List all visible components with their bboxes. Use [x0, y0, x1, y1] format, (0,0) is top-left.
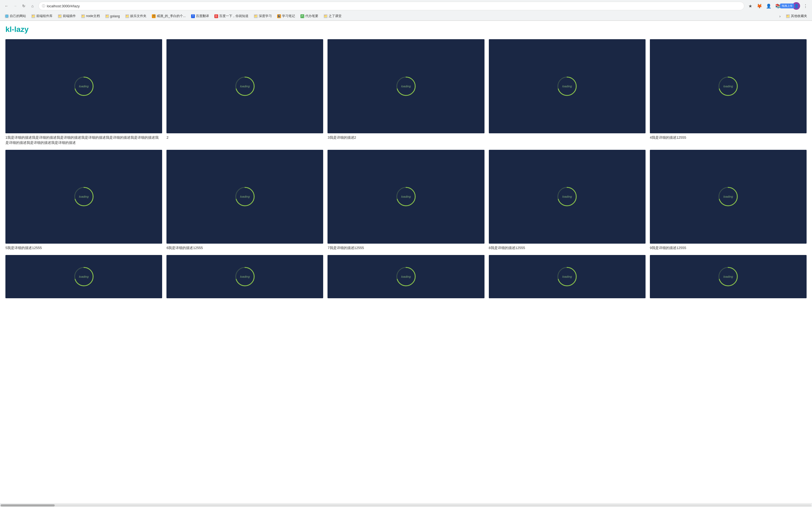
- loading-text-2: loading: [240, 84, 250, 88]
- grid-image-15: loading: [650, 255, 807, 298]
- loading-text-12: loading: [240, 275, 250, 278]
- loading-text-4: loading: [562, 84, 572, 88]
- bookmark-icon-node-docs: 📁: [81, 14, 85, 18]
- bookmark-zijide[interactable]: 🌐 自己的网站: [3, 13, 28, 19]
- grid-item-7: loading 6我是详细的描述12555: [166, 150, 323, 251]
- bookmark-deep-learning[interactable]: 📁 深度学习: [252, 13, 274, 19]
- grid-desc-3: 3我是详细的描述2: [327, 135, 484, 140]
- loading-spinner-9: loading: [556, 186, 578, 208]
- extension-label: 拖拽上传: [780, 3, 794, 8]
- loading-text-11: loading: [79, 275, 89, 278]
- grid-desc-2: 2: [166, 135, 323, 140]
- grid-desc-7: 6我是详细的描述12555: [166, 245, 323, 251]
- bookmark-icon-entertainment: 📁: [125, 14, 129, 18]
- grid-desc-8: 7我是详细的描述12555: [327, 245, 484, 251]
- grid-item-12: loading: [166, 255, 323, 300]
- loading-spinner-11: loading: [73, 266, 95, 287]
- bookmarks-more-button[interactable]: ›: [778, 13, 782, 19]
- grid-image-2: loading: [166, 39, 323, 133]
- grid-item-1: loading 1我是详细的描述我是详细的描述我是详细的描述我是详细的描述我是详…: [5, 39, 162, 146]
- reload-button[interactable]: ↻: [20, 2, 28, 10]
- grid-image-9: loading: [489, 150, 646, 244]
- bookmark-baidu-translate[interactable]: T 百度翻译: [189, 13, 211, 19]
- bookmark-qianduan-plugins[interactable]: 📁 前端插件: [56, 13, 78, 19]
- toolbar-icons: ★ 🦊 👤 📚 拖拽上传 👤 ⋮: [747, 2, 809, 10]
- bookmark-notes[interactable]: 📓 学习笔记: [275, 13, 297, 19]
- loading-spinner-10: loading: [717, 186, 739, 208]
- forward-button[interactable]: →: [11, 2, 19, 10]
- grid-image-12: loading: [166, 255, 323, 298]
- bookmark-zhile[interactable]: 📁 之了课堂: [321, 13, 344, 19]
- bookmark-icon-notes: 📓: [277, 14, 281, 18]
- url-text: localhost:3000/#/lazy: [47, 4, 741, 8]
- loading-text-10: loading: [723, 195, 733, 198]
- bookmark-music[interactable]: 🎵 戒酒_的_李白的个...: [150, 13, 188, 19]
- loading-spinner-4: loading: [556, 75, 578, 97]
- loading-spinner-12: loading: [234, 266, 256, 287]
- loading-spinner-15: loading: [717, 266, 739, 287]
- grid-image-5: loading: [650, 39, 807, 133]
- bookmark-icon-zijide: 🌐: [5, 14, 9, 18]
- grid-item-2: loading 2: [166, 39, 323, 146]
- bookmark-other[interactable]: 📁 其他收藏夹: [784, 13, 809, 19]
- loading-text-3: loading: [401, 84, 411, 88]
- loading-spinner-6: loading: [73, 186, 95, 208]
- page-title: kl-lazy: [5, 25, 807, 34]
- bookmark-icon-deep-learning: 📁: [254, 14, 258, 18]
- grid-item-4: loading: [489, 39, 646, 146]
- loading-spinner-2: loading: [234, 75, 256, 97]
- bookmark-icon-baidu-translate: T: [191, 14, 195, 18]
- back-button[interactable]: ←: [3, 2, 10, 10]
- loading-text-1: loading: [79, 84, 89, 88]
- grid-item-13: loading: [327, 255, 484, 300]
- loading-text-14: loading: [562, 275, 572, 278]
- grid-image-10: loading: [650, 150, 807, 244]
- loading-text-9: loading: [562, 195, 572, 198]
- loading-text-8: loading: [401, 195, 411, 198]
- browser-chrome: ← → ↻ ⌂ ⓘ localhost:3000/#/lazy ★ 🦊 👤 📚 …: [0, 0, 812, 21]
- bookmark-icon-qianduan-plugins: 📁: [58, 14, 62, 18]
- loading-spinner-7: loading: [234, 186, 256, 208]
- grid-image-3: loading: [327, 39, 484, 133]
- page-content: kl-lazy loading 1我是详细的描述我是详细的描述我是详细的描述我是…: [0, 21, 812, 304]
- loading-text-15: loading: [723, 275, 733, 278]
- grid-image-8: loading: [327, 150, 484, 244]
- bookmark-entertainment[interactable]: 📁 娱乐文件夹: [123, 13, 149, 19]
- bookmarks-bar: 🌐 自己的网站 📁 前端组件库 📁 前端插件 📁 node文档 📁 golang…: [0, 12, 812, 20]
- grid-image-14: loading: [489, 255, 646, 298]
- bookmark-golang[interactable]: 📁 golang: [103, 14, 122, 19]
- loading-spinner-13: loading: [395, 266, 417, 287]
- bookmark-baidu-search[interactable]: 百 百度一下，你就知道: [212, 13, 251, 19]
- star-button[interactable]: ★: [747, 2, 754, 10]
- account-button[interactable]: 👤: [765, 2, 772, 10]
- nav-buttons: ← → ↻ ⌂: [3, 2, 36, 10]
- bookmark-qianduan-components[interactable]: 📁 前端组件库: [29, 13, 55, 19]
- grid-desc-1: 1我是详细的描述我是详细的描述我是详细的描述我是详细的描述我是详细的描述我是详细…: [5, 135, 162, 146]
- browser-toolbar: ← → ↻ ⌂ ⓘ localhost:3000/#/lazy ★ 🦊 👤 📚 …: [0, 0, 812, 12]
- bookmark-icon-zhile: 📁: [324, 14, 327, 18]
- loading-text-13: loading: [401, 275, 411, 278]
- loading-text-5: loading: [723, 84, 733, 88]
- address-bar[interactable]: ⓘ localhost:3000/#/lazy: [39, 2, 744, 10]
- grid-item-8: loading 7我是详细的描述12555: [327, 150, 484, 251]
- bookmark-todo[interactable]: 代 代办笔要: [298, 13, 320, 19]
- loading-spinner-5: loading: [717, 75, 739, 97]
- extension-upload-button[interactable]: 拖拽上传: [783, 2, 791, 10]
- grid-image-7: loading: [166, 150, 323, 244]
- loading-text-6: loading: [79, 195, 89, 198]
- firefox-button[interactable]: 🦊: [756, 2, 763, 10]
- grid-item-5: loading 4我是详细的描述12555: [650, 39, 807, 146]
- security-icon: ⓘ: [42, 4, 45, 8]
- grid-image-11: loading: [5, 255, 162, 298]
- home-button[interactable]: ⌂: [29, 2, 36, 10]
- bookmark-node-docs[interactable]: 📁 node文档: [79, 13, 102, 19]
- grid-item-3: loading 3我是详细的描述2: [327, 39, 484, 146]
- grid-item-9: loading 8我是详细的描述12555: [489, 150, 646, 251]
- grid-item-15: loading: [650, 255, 807, 300]
- grid-item-6: loading 5我是详细的描述12555: [5, 150, 162, 251]
- grid-item-11: loading: [5, 255, 162, 300]
- menu-button[interactable]: ⋮: [802, 2, 809, 10]
- loading-spinner-8: loading: [395, 186, 417, 208]
- bookmark-icon-todo: 代: [300, 14, 304, 18]
- grid-image-4: loading: [489, 39, 646, 133]
